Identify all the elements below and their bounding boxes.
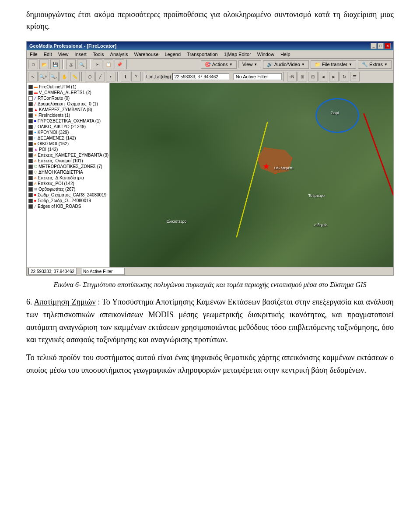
view-label: View bbox=[242, 62, 253, 67]
layer-item-epikam[interactable]: A Επέκεις_ΚΑΜΕΡΕΣ_ΣΥΜΒΑΝΤΑ (3) bbox=[28, 152, 108, 158]
layer-checkbox[interactable] bbox=[28, 108, 33, 112]
open-button[interactable]: 📂 bbox=[39, 60, 49, 69]
layer-item-odiko[interactable]: ╱ ΟΔΙΚΟ_ΔΙΚΤΥΟ (21249) bbox=[28, 124, 108, 130]
layer-color-icon: ■ bbox=[34, 193, 36, 197]
layer-item-fireoutline[interactable]: ▬ FireOutlineUTM (1) bbox=[28, 84, 108, 90]
scale-tool[interactable]: ⊞ bbox=[298, 72, 307, 81]
zoom-out-tool[interactable]: 🔍- bbox=[49, 72, 59, 81]
copy-button[interactable]: 📋 bbox=[104, 60, 113, 69]
layer-checkbox[interactable] bbox=[28, 102, 33, 106]
maximize-button[interactable]: □ bbox=[378, 43, 384, 49]
extras-dropdown[interactable]: 🔧 Extras ▼ bbox=[358, 60, 392, 69]
menu-legend[interactable]: Legend bbox=[163, 51, 182, 57]
layer-checkbox[interactable] bbox=[28, 119, 33, 123]
layer-checkbox[interactable] bbox=[28, 165, 33, 169]
layer-checkbox[interactable] bbox=[28, 159, 33, 163]
layer-checkbox[interactable] bbox=[28, 176, 33, 180]
layer-checkbox[interactable] bbox=[28, 130, 33, 135]
gis-main-area: ▬ FireOutlineUTM (1) ▬ V_CAMERA_ALERTS1 … bbox=[27, 83, 393, 267]
menu-transportation[interactable]: Transportation bbox=[186, 51, 219, 57]
layer-item-dromologisi[interactable]: ╱ Δρομολόγηση_Οχήματος_0 (1) bbox=[28, 101, 108, 107]
cut-button[interactable]: ✂ bbox=[93, 60, 102, 69]
actions-dropdown[interactable]: 🎯 Actions ▼ bbox=[201, 60, 236, 69]
layer-checkbox[interactable] bbox=[28, 91, 33, 95]
layer-checkbox[interactable] bbox=[28, 182, 33, 186]
refresh-tool[interactable]: ↻ bbox=[340, 72, 349, 81]
section-paragraph-2: Το τελικό προϊόν του συστήματος αυτού εί… bbox=[26, 351, 394, 377]
layer-checkbox[interactable] bbox=[28, 113, 33, 118]
paste-button[interactable]: 📌 bbox=[115, 60, 124, 69]
layer-checkbox[interactable] bbox=[28, 96, 33, 101]
select-tool[interactable]: ↖ bbox=[28, 72, 38, 81]
menu-tools[interactable]: Tools bbox=[91, 51, 105, 57]
file-transfer-dropdown[interactable]: 📁 File transfer ▼ bbox=[311, 60, 356, 69]
menu-insert[interactable]: Insert bbox=[73, 51, 88, 57]
layer-item-epipoi[interactable]: A Επέκεις_POI (142) bbox=[28, 181, 108, 186]
layer-checkbox[interactable] bbox=[28, 199, 33, 203]
menu-edit[interactable]: Edit bbox=[42, 51, 53, 57]
layer-item-meteoro[interactable]: ⬡ ΜΕΤΕΩΡΟΛΟΓΙΚΕΣ_ΖΩΝΕΣ (7) bbox=[28, 164, 108, 169]
layer-label: Σωδρ_Οχήματος_CAR8_24080019 bbox=[38, 193, 106, 197]
layer-item-oikismoi[interactable]: ■ ΟΙΚΙΣΜΟΙ (162) bbox=[28, 141, 108, 147]
layer-item-krounoi[interactable]: ● ΚΡΟΥΝΟΙ (329) bbox=[28, 130, 108, 135]
gis-titlebar: GeoMedia Professional - [FireLocator] _ … bbox=[27, 42, 393, 50]
view-dropdown[interactable]: View ▼ bbox=[238, 60, 262, 68]
line-tool[interactable]: ╱ bbox=[95, 72, 105, 81]
layer-checkbox[interactable] bbox=[28, 193, 33, 197]
layer-item-poi[interactable]: ▲ POI (142) bbox=[28, 147, 108, 152]
layer-checkbox[interactable] bbox=[28, 142, 33, 146]
layer-item-vcamera[interactable]: ▬ V_CAMERA_ALERTS1 (2) bbox=[28, 90, 108, 95]
print-button[interactable]: 🖨 bbox=[66, 60, 76, 69]
layer-item-pyros[interactable]: ■ ΠΥΡΟΣΒΕΣΤΙΚΑ_ΟΧΗΜΑΤΑ (1) bbox=[28, 118, 108, 124]
layer-checkbox[interactable] bbox=[28, 136, 33, 140]
layer-item-sodr1[interactable]: ■ Σωδρ_Οχήματος_CAR8_24080019 bbox=[28, 192, 108, 198]
layer-item-epikap[interactable]: A Επέκεις_Δ.Καποδίστρια bbox=[28, 175, 108, 181]
menu-window[interactable]: Window bbox=[256, 51, 276, 57]
legend-tool[interactable]: ☰ bbox=[350, 72, 360, 81]
measure-tool[interactable]: 📏 bbox=[70, 72, 80, 81]
menu-view[interactable]: View bbox=[57, 51, 70, 57]
preview-button[interactable]: 🔍 bbox=[77, 60, 87, 69]
layer-checkbox[interactable] bbox=[28, 147, 33, 152]
close-button[interactable]: × bbox=[385, 43, 391, 49]
layer-label: FireOutlineUTM (1) bbox=[39, 84, 77, 89]
polygon-tool[interactable]: ⬡ bbox=[85, 72, 94, 81]
layer-checkbox[interactable] bbox=[28, 170, 33, 175]
next-extent-tool[interactable]: ► bbox=[329, 72, 339, 81]
full-extent-tool[interactable]: ⊟ bbox=[308, 72, 318, 81]
menu-warehouse[interactable]: Warehouse bbox=[133, 51, 160, 57]
map-view[interactable]: ★ Σοφί US Μερέπι Τσέρτεφο Ελικόπτερο Αιδ… bbox=[110, 83, 393, 267]
layer-item-epioik[interactable]: A Επέκεις_Οικισμοί (101) bbox=[28, 158, 108, 164]
identify-tool[interactable]: ℹ bbox=[121, 72, 130, 81]
zoom-in-tool[interactable]: 🔍+ bbox=[38, 72, 48, 81]
layer-item-dimoi[interactable]: ⬡ ΔΗΜΟΙ ΚΑΠΟΔΙΣΤΡΙΑ bbox=[28, 169, 108, 175]
minimize-button[interactable]: _ bbox=[371, 43, 377, 49]
layer-item-ortho[interactable]: ⊠ Ορθοφωτίτες (267) bbox=[28, 186, 108, 192]
menu-help[interactable]: Help bbox=[279, 51, 292, 57]
layer-checkbox[interactable] bbox=[28, 187, 33, 192]
layer-panel[interactable]: ▬ FireOutlineUTM (1) ▬ V_CAMERA_ALERTS1 … bbox=[27, 83, 110, 267]
layer-item-rtcon[interactable]: ╱ RTConRoute (0) bbox=[28, 95, 108, 101]
menu-file[interactable]: File bbox=[28, 51, 39, 57]
layer-item-sodr2[interactable]: ■ Σωδρ_Σωδρ_Ο...24080019 bbox=[28, 198, 108, 203]
layer-item-kameres[interactable]: ▲ ΚΑΜΕΡΕΣ_ΣΥΜΒΑΝΤΑ (8) bbox=[28, 107, 108, 112]
layer-checkbox[interactable] bbox=[28, 153, 33, 158]
new-button[interactable]: 🗋 bbox=[28, 60, 38, 69]
query-tool[interactable]: ? bbox=[131, 72, 141, 81]
prev-extent-tool[interactable]: ◄ bbox=[318, 72, 328, 81]
north-arrow-tool[interactable]: ↑N bbox=[287, 72, 297, 81]
save-button[interactable]: 💾 bbox=[50, 60, 60, 69]
layer-checkbox[interactable] bbox=[28, 85, 33, 89]
layer-item-fireincidents[interactable]: ★ FireIncidents (1) bbox=[28, 112, 108, 118]
menu-map-editor[interactable]: 1|Map Editor bbox=[223, 51, 252, 57]
menu-analysis[interactable]: Analysis bbox=[109, 51, 130, 57]
sep-tools-3 bbox=[143, 72, 144, 81]
layer-checkbox[interactable] bbox=[28, 125, 33, 129]
point-tool[interactable]: • bbox=[106, 72, 116, 81]
audio-video-dropdown[interactable]: 🔊 Audio/Video ▼ bbox=[263, 60, 309, 69]
layer-item-dexamenes[interactable]: □ ΔΕΞΑΜΕΝΕΣ (142) bbox=[28, 135, 108, 141]
layer-checkbox[interactable] bbox=[28, 204, 33, 209]
pan-tool[interactable]: ✋ bbox=[60, 72, 69, 81]
layer-item-edges[interactable]: ╱ Edges of KIB_ROADS bbox=[28, 203, 108, 209]
map-label-us: US Μερέπι bbox=[274, 166, 294, 170]
